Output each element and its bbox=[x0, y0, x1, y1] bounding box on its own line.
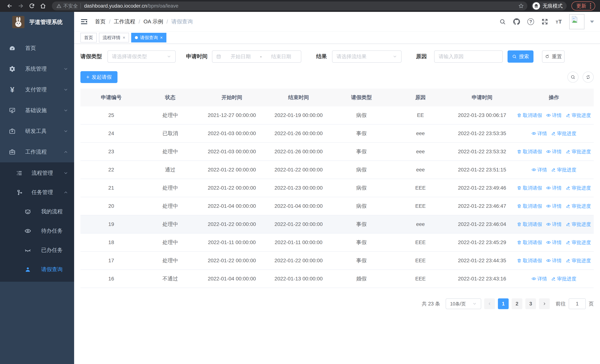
goto-page-input[interactable]: 1 bbox=[569, 299, 586, 309]
breadcrumb-oa: OA 示例 bbox=[143, 18, 163, 25]
start-date-input[interactable]: 开始日期 bbox=[225, 53, 257, 60]
action-detail-link[interactable]: 详情 bbox=[531, 167, 547, 173]
eye-icon bbox=[531, 131, 536, 136]
sidebar-item-payment[interactable]: ¥ 支付管理 bbox=[0, 79, 74, 100]
cell-reason: EEE bbox=[391, 276, 450, 282]
sidebar-item-todo-tasks[interactable]: 待办任务 bbox=[0, 221, 74, 241]
action-progress-link[interactable]: 审批进度 bbox=[566, 239, 591, 246]
action-cancel-link[interactable]: 取消请假 bbox=[517, 239, 542, 246]
prev-page-button[interactable] bbox=[484, 299, 495, 309]
browser-forward-button[interactable] bbox=[16, 1, 26, 11]
action-detail-link[interactable]: 详情 bbox=[531, 130, 547, 137]
result-select[interactable]: 请选择流结果 bbox=[332, 50, 402, 63]
browser-menu-icon[interactable] bbox=[590, 3, 592, 9]
refresh-table-button[interactable] bbox=[582, 72, 594, 83]
action-cancel-link[interactable]: 取消请假 bbox=[517, 203, 542, 209]
security-indicator[interactable]: 不安全 bbox=[55, 3, 80, 9]
browser-home-button[interactable] bbox=[38, 1, 48, 11]
sidebar-item-infra[interactable]: 基础设施 bbox=[0, 100, 74, 121]
action-progress-link[interactable]: 审批进度 bbox=[566, 112, 591, 119]
address-bar[interactable]: 不安全 dashboard.yudao.iocoder.cn/bpm/oa/le… bbox=[52, 1, 527, 10]
github-icon[interactable] bbox=[513, 18, 520, 25]
next-page-button[interactable] bbox=[539, 299, 550, 309]
leave-type-select[interactable]: 请选择请假类型 bbox=[107, 50, 176, 63]
table-row: 20 处理中 2022-01-04 00:00:00 2022-01-04 00… bbox=[80, 197, 594, 215]
action-detail-link[interactable]: 详情 bbox=[546, 257, 562, 264]
sidebar-item-leave-query[interactable]: 请假查询 bbox=[0, 260, 74, 279]
reason-input[interactable]: 请输入原因 bbox=[434, 50, 503, 63]
sidebar-item-my-process[interactable]: 我的流程 bbox=[0, 202, 74, 221]
trash-icon bbox=[517, 186, 522, 190]
bookmark-star-button[interactable] bbox=[518, 3, 524, 9]
cell-status: 不通过 bbox=[142, 275, 198, 282]
pen-icon bbox=[566, 113, 571, 118]
tab-home[interactable]: 首页 bbox=[80, 33, 97, 42]
create-leave-button[interactable]: + 发起请假 bbox=[80, 71, 117, 83]
monitor-icon bbox=[9, 107, 16, 114]
browser-back-button[interactable] bbox=[5, 1, 14, 11]
action-detail-link[interactable]: 详情 bbox=[546, 149, 562, 155]
page-size-select[interactable]: 10条/页 bbox=[446, 299, 481, 309]
breadcrumb-home[interactable]: 首页 bbox=[95, 18, 106, 25]
close-icon[interactable]: × bbox=[123, 35, 125, 40]
cell-id: 25 bbox=[80, 112, 142, 118]
result-label: 结果 bbox=[316, 53, 327, 60]
eye-icon bbox=[546, 240, 551, 245]
end-date-input[interactable]: 结束日期 bbox=[265, 53, 297, 60]
browser-update-button[interactable]: 更新 bbox=[572, 1, 595, 10]
action-cancel-link[interactable]: 取消请假 bbox=[517, 112, 542, 119]
toggle-search-button[interactable] bbox=[567, 72, 579, 83]
reset-button[interactable]: 重置 bbox=[542, 50, 565, 63]
tab-process-detail[interactable]: 流程详情 × bbox=[99, 33, 129, 42]
page-button-2[interactable]: 2 bbox=[512, 299, 522, 309]
action-detail-link[interactable]: 详情 bbox=[546, 185, 562, 191]
fullscreen-icon[interactable] bbox=[541, 18, 548, 25]
sidebar-item-workflow[interactable]: 工作流程 bbox=[0, 142, 74, 162]
action-progress-link[interactable]: 审批进度 bbox=[566, 257, 591, 264]
action-cancel-link[interactable]: 取消请假 bbox=[517, 257, 542, 264]
search-icon[interactable] bbox=[499, 18, 506, 25]
close-icon[interactable]: × bbox=[160, 35, 163, 40]
pen-icon bbox=[566, 240, 571, 245]
apply-time-range-picker[interactable]: 开始日期 - 结束日期 bbox=[212, 50, 301, 63]
action-detail-link[interactable]: 详情 bbox=[531, 276, 547, 282]
cell-apply-time: 2022-01-22 23:43:16 bbox=[450, 276, 514, 282]
action-detail-link[interactable]: 详情 bbox=[546, 203, 562, 209]
action-progress-link[interactable]: 审批进度 bbox=[566, 185, 591, 191]
page-button-1[interactable]: 1 bbox=[498, 299, 509, 309]
action-progress-link[interactable]: 审批进度 bbox=[551, 130, 576, 137]
action-progress-link[interactable]: 审批进度 bbox=[551, 276, 576, 282]
cell-end-time: 2022-01-19 00:00:00 bbox=[265, 112, 332, 118]
action-progress-link[interactable]: 审批进度 bbox=[566, 203, 591, 209]
search-button[interactable]: 搜索 bbox=[507, 50, 534, 63]
forward-arrow-icon bbox=[18, 3, 24, 9]
trash-icon bbox=[517, 149, 522, 154]
action-detail-link[interactable]: 详情 bbox=[546, 221, 562, 228]
page-button-3[interactable]: 3 bbox=[525, 299, 536, 309]
workflow-submenu: 流程管理 任务管理 我的流程 bbox=[0, 162, 74, 282]
action-cancel-link[interactable]: 取消请假 bbox=[517, 185, 542, 191]
cell-actions: 取消请假详情审批进度 bbox=[514, 149, 594, 155]
sidebar-item-task-mgmt[interactable]: 任务管理 bbox=[0, 183, 74, 202]
action-progress-link[interactable]: 审批进度 bbox=[566, 221, 591, 228]
action-cancel-link[interactable]: 取消请假 bbox=[517, 149, 542, 155]
table-row: 19 处理中 2022-01-22 00:00:00 2022-01-22 00… bbox=[80, 215, 594, 233]
action-detail-link[interactable]: 详情 bbox=[546, 239, 562, 246]
action-detail-link[interactable]: 详情 bbox=[546, 112, 562, 119]
sidebar-item-devtools[interactable]: 研发工具 bbox=[0, 121, 74, 142]
tab-leave-query[interactable]: 请假查询 × bbox=[131, 33, 166, 42]
avatar[interactable] bbox=[569, 14, 584, 29]
action-progress-link[interactable]: 审批进度 bbox=[566, 149, 591, 155]
sidebar-item-system[interactable]: 系统管理 bbox=[0, 59, 74, 79]
action-cancel-link[interactable]: 取消请假 bbox=[517, 221, 542, 228]
avatar-dropdown-caret[interactable] bbox=[590, 20, 594, 23]
sidebar-logo[interactable]: 芋道管理系统 bbox=[0, 12, 74, 32]
sidebar-item-done-tasks[interactable]: 已办任务 bbox=[0, 241, 74, 260]
help-icon[interactable]: ? bbox=[527, 18, 534, 25]
sidebar-item-process-mgmt[interactable]: 流程管理 bbox=[0, 163, 74, 183]
sidebar-item-home[interactable]: 首页 bbox=[0, 38, 74, 59]
font-size-icon[interactable]: TT bbox=[555, 18, 562, 25]
browser-reload-button[interactable] bbox=[27, 1, 37, 11]
sidebar-fold-button[interactable] bbox=[80, 18, 88, 26]
action-progress-link[interactable]: 审批进度 bbox=[551, 167, 576, 173]
